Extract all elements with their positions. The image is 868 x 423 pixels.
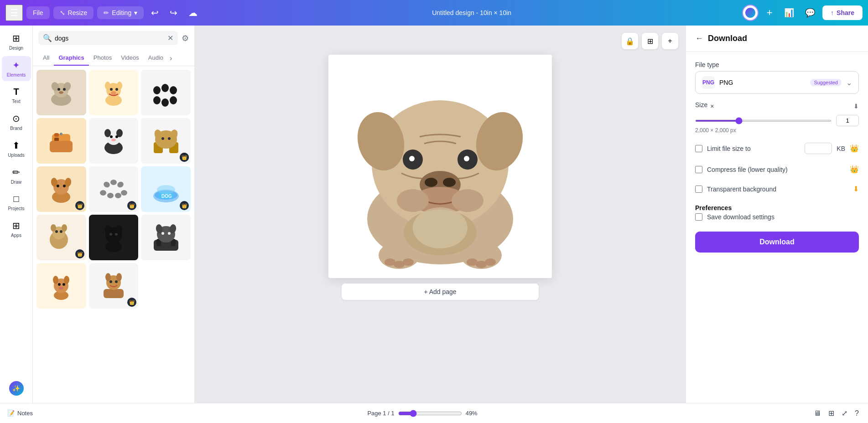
sidebar-item-brand[interactable]: ⊙ Brand xyxy=(2,109,31,134)
help-button[interactable]: ? xyxy=(853,408,861,419)
kb-input[interactable] xyxy=(805,143,832,154)
list-item[interactable]: DOG 👑 xyxy=(141,166,191,212)
svg-rect-84 xyxy=(104,289,124,298)
sidebar-item-text[interactable]: T Text xyxy=(2,83,31,108)
share-label: Share xyxy=(837,9,854,16)
limit-file-size-checkbox[interactable] xyxy=(695,145,702,152)
menu-icon-button[interactable]: ☰ xyxy=(5,5,23,21)
comments-button[interactable]: 💬 xyxy=(801,6,819,20)
list-item[interactable] xyxy=(89,70,139,115)
list-item[interactable] xyxy=(89,215,139,260)
editing-button[interactable]: ✏ Editing ▾ xyxy=(97,6,144,19)
suggested-badge: Suggested xyxy=(810,79,842,86)
crown-badge: 👑 xyxy=(180,201,189,210)
design-title: Untitled design - 10in × 10in xyxy=(205,9,738,16)
list-item[interactable] xyxy=(141,70,191,115)
size-slider[interactable] xyxy=(695,120,832,122)
redo-button[interactable]: ↪ xyxy=(166,5,181,20)
transparent-bg-checkbox[interactable] xyxy=(695,186,702,193)
sidebar-item-elements[interactable]: ✦ Elements xyxy=(2,56,31,81)
svg-point-86 xyxy=(105,273,111,281)
search-input-wrap: 🔍 ✕ xyxy=(38,31,178,45)
compress-file-checkbox[interactable] xyxy=(695,166,702,173)
tab-photos[interactable]: Photos xyxy=(89,51,116,66)
notes-button[interactable]: 📝 Notes xyxy=(7,410,33,417)
svg-point-44 xyxy=(63,185,66,187)
add-button[interactable]: + xyxy=(662,33,678,49)
list-item[interactable] xyxy=(36,263,86,309)
size-input[interactable] xyxy=(836,115,859,126)
zoom-slider[interactable] xyxy=(398,410,462,417)
transparent-crown-icon: ⬇ xyxy=(853,185,859,193)
sidebar-item-design[interactable]: ⊞ Design xyxy=(2,29,31,54)
transparent-bg-row: Transparent background ⬇ xyxy=(695,183,859,195)
search-icon: 🔍 xyxy=(43,34,52,42)
svg-point-103 xyxy=(452,189,483,212)
expand-button[interactable]: ⤢ xyxy=(840,407,849,419)
list-item[interactable] xyxy=(89,118,139,164)
svg-point-9 xyxy=(105,82,110,90)
draw-icon: ✏ xyxy=(12,167,20,178)
bottom-right: 🖥 ⊞ ⤢ ? xyxy=(812,407,861,419)
list-item[interactable]: 👑 👑 xyxy=(141,118,191,164)
tab-audio[interactable]: Audio xyxy=(144,51,168,66)
lock-button[interactable]: 🔒 xyxy=(622,33,638,49)
download-header: ← Download xyxy=(686,26,868,52)
clear-search-button[interactable]: ✕ xyxy=(167,34,173,42)
sidebar-item-apps[interactable]: ⊞ Apps xyxy=(2,217,31,242)
canvas-frame[interactable] xyxy=(328,55,552,278)
save-settings-row: Save download settings xyxy=(695,212,859,222)
filter-button[interactable]: ⚙ xyxy=(182,33,189,43)
search-input[interactable] xyxy=(55,35,165,42)
sidebar-item-uploads[interactable]: ⬆ Uploads xyxy=(2,136,31,161)
tab-videos[interactable]: Videos xyxy=(116,51,144,66)
list-item[interactable]: 👑 xyxy=(89,263,139,309)
magic-button[interactable]: ✨ xyxy=(9,381,24,396)
list-item[interactable] xyxy=(141,215,191,260)
tabs-more-button[interactable]: › xyxy=(168,52,174,64)
file-button[interactable]: File xyxy=(26,6,50,19)
list-item[interactable]: 👑 xyxy=(89,166,139,212)
save-settings-checkbox[interactable] xyxy=(695,213,702,221)
svg-point-55 xyxy=(157,185,175,194)
list-item[interactable] xyxy=(36,118,86,164)
add-page-label: + Add page xyxy=(424,288,456,295)
svg-point-75 xyxy=(161,232,164,235)
sidebar-item-projects[interactable]: □ Projects xyxy=(2,190,31,215)
preferences-label: Preferences xyxy=(695,204,859,212)
grid-view-button[interactable]: ⊞ xyxy=(642,33,658,49)
download-button[interactable]: Download xyxy=(695,232,859,253)
analytics-button[interactable]: 📊 xyxy=(780,6,798,20)
back-button[interactable]: ← xyxy=(695,34,703,43)
list-item[interactable]: 👑 xyxy=(36,166,86,212)
download-icon: ⬇ xyxy=(853,103,859,110)
undo-button[interactable]: ↩ xyxy=(147,5,162,20)
file-type-name: PNG xyxy=(719,79,806,86)
list-item[interactable]: 👑 xyxy=(36,215,86,260)
svg-point-31 xyxy=(111,139,116,141)
resize-button[interactable]: ⤡ Resize xyxy=(53,6,94,19)
add-element-button[interactable]: + xyxy=(762,5,777,20)
bottom-bar: 📝 Notes Page 1 / 1 49% 🖥 ⊞ ⤢ ? xyxy=(0,403,868,423)
svg-point-59 xyxy=(51,224,56,232)
sidebar-item-draw[interactable]: ✏ Draw xyxy=(2,163,31,188)
add-page-button[interactable]: + Add page xyxy=(342,284,538,300)
resize-label: Resize xyxy=(68,9,88,16)
svg-point-12 xyxy=(115,88,118,91)
cloud-save-button[interactable]: ☁ xyxy=(185,5,201,20)
file-type-select[interactable]: PNG PNG Suggested ⌄ xyxy=(695,71,859,94)
svg-point-19 xyxy=(170,96,177,104)
dimensions-text: 2,000 × 2,000 px xyxy=(695,127,859,134)
svg-point-83 xyxy=(59,287,63,289)
svg-point-65 xyxy=(105,225,111,234)
list-item[interactable] xyxy=(36,70,86,115)
grid-layout-button[interactable]: ⊞ xyxy=(826,407,836,419)
svg-point-68 xyxy=(115,233,118,236)
svg-point-62 xyxy=(60,230,62,233)
canva-logo-button[interactable] xyxy=(742,5,759,21)
share-button[interactable]: ↑ Share xyxy=(822,5,863,20)
crown-badge: 👑 xyxy=(75,249,84,258)
tab-graphics[interactable]: Graphics xyxy=(54,51,88,66)
tab-all[interactable]: All xyxy=(38,51,54,66)
desktop-view-button[interactable]: 🖥 xyxy=(812,408,823,419)
